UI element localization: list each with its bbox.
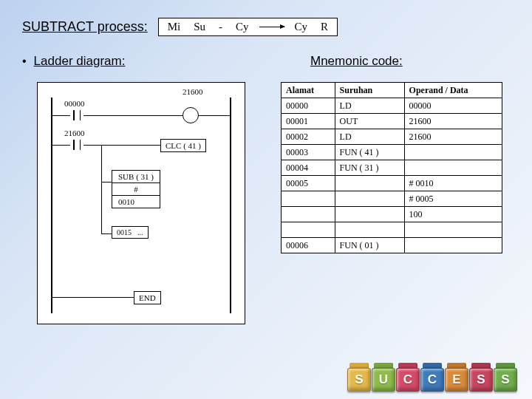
wire xyxy=(101,182,102,233)
left-column: • Ladder diagram: 00000 21600 21600 xyxy=(22,54,251,324)
letter-block: E xyxy=(445,368,468,392)
table-cell xyxy=(335,207,404,222)
table-cell xyxy=(335,176,404,191)
lbl-00000: 00000 xyxy=(64,99,85,108)
table-row: 00005# 0010 xyxy=(282,176,502,191)
mnemonic-wrap: Alamat Suruhan Operand / Data 00000LD000… xyxy=(281,82,510,253)
lbl-21600-top: 21600 xyxy=(183,87,203,96)
slide: SUBTRACT process: Mi Su - Cy Cy R • Ladd… xyxy=(0,0,532,324)
table-cell: LD xyxy=(335,98,404,114)
letter-block: C xyxy=(396,368,420,392)
table-cell: 00001 xyxy=(282,114,335,129)
table-cell: 21600 xyxy=(404,129,502,145)
table-cell xyxy=(404,160,502,176)
title-row: SUBTRACT process: Mi Su - Cy Cy R xyxy=(22,18,510,36)
wire xyxy=(101,233,112,234)
table-cell: FUN ( 01 ) xyxy=(335,238,404,253)
table-row: 100 xyxy=(282,207,502,222)
arrow-icon xyxy=(259,27,284,27)
instr-end: END xyxy=(134,291,161,304)
wire xyxy=(52,115,70,116)
table-cell xyxy=(282,222,335,238)
val-0015: 0015 xyxy=(117,228,132,236)
eq-r: R xyxy=(318,21,331,33)
sub-0010: 0010 xyxy=(112,196,160,208)
mnemonic-label: Mnemonic code: xyxy=(310,54,510,69)
ladder-diagram: 00000 21600 21600 CLC ( 41 ) SUB ( 31 ) xyxy=(37,82,245,324)
block-letter: C xyxy=(403,372,412,387)
block-letter: E xyxy=(452,372,460,387)
eq-cy1: Cy xyxy=(233,21,252,33)
table-cell: 21600 xyxy=(404,114,502,129)
wire xyxy=(52,145,70,146)
table-row: 00003FUN ( 41 ) xyxy=(282,145,502,160)
table-cell: 00002 xyxy=(282,129,335,145)
eq-mi: Mi xyxy=(165,21,184,33)
table-cell: 00000 xyxy=(404,98,502,114)
val-0015-box: 0015 ... xyxy=(112,226,149,239)
letter-block: S xyxy=(494,368,517,392)
sub-block: SUB ( 31 ) # 0010 xyxy=(112,170,160,208)
table-row: 00002LD21600 xyxy=(282,129,502,145)
eq-minus: - xyxy=(216,21,225,33)
wire xyxy=(83,145,160,146)
table-row: 00004FUN ( 31 ) xyxy=(282,160,502,176)
block-letter: U xyxy=(379,372,388,387)
equation-box: Mi Su - Cy Cy R xyxy=(158,18,338,36)
left-rail xyxy=(51,98,52,313)
table-cell: 00005 xyxy=(282,176,335,191)
letter-block: U xyxy=(372,368,395,392)
eq-cy2: Cy xyxy=(292,21,311,33)
content-row: • Ladder diagram: 00000 21600 21600 xyxy=(22,54,510,324)
letter-block: C xyxy=(420,368,444,392)
table-row: 00001OUT21600 xyxy=(282,114,502,129)
table-cell: LD xyxy=(335,129,404,145)
wire xyxy=(52,297,134,298)
table-cell: 00003 xyxy=(282,145,335,160)
table-cell xyxy=(282,207,335,222)
table-row xyxy=(282,222,502,238)
table-cell: 00000 xyxy=(282,98,335,114)
wire xyxy=(83,115,183,116)
mnemonic-table: Alamat Suruhan Operand / Data 00000LD000… xyxy=(281,82,502,253)
sub-hash: # xyxy=(112,183,160,196)
ladder-heading: • Ladder diagram: xyxy=(22,54,251,69)
right-column: Mnemonic code: Alamat Suruhan Operand / … xyxy=(281,54,510,324)
coil-21600 xyxy=(183,107,199,123)
block-letter: S xyxy=(501,372,509,387)
page-title: SUBTRACT process: xyxy=(22,19,148,35)
table-row: 00006FUN ( 01 ) xyxy=(282,238,502,253)
contact-21600 xyxy=(70,140,83,150)
wire xyxy=(199,115,231,116)
letter-block: S xyxy=(347,368,371,392)
ladder-label: Ladder diagram: xyxy=(34,54,126,69)
val-dots: ... xyxy=(137,228,143,236)
wire xyxy=(101,145,102,182)
eq-su: Su xyxy=(191,21,208,33)
table-cell: 100 xyxy=(404,207,502,222)
block-letter: S xyxy=(355,372,363,387)
table-cell: # 0010 xyxy=(404,176,502,191)
table-header-row: Alamat Suruhan Operand / Data xyxy=(282,83,502,98)
table-cell xyxy=(282,191,335,207)
contact-00000 xyxy=(70,110,83,120)
th-alamat: Alamat xyxy=(282,83,335,98)
block-letter: S xyxy=(477,372,485,387)
th-operand: Operand / Data xyxy=(404,83,502,98)
table-cell xyxy=(404,145,502,160)
table-cell: 00006 xyxy=(282,238,335,253)
th-suruhan: Suruhan xyxy=(335,83,404,98)
table-cell xyxy=(335,222,404,238)
lbl-21600-left: 21600 xyxy=(64,129,85,137)
table-cell: FUN ( 31 ) xyxy=(335,160,404,176)
table-row: # 0005 xyxy=(282,191,502,207)
table-cell: 00004 xyxy=(282,160,335,176)
block-letter: C xyxy=(428,372,437,387)
table-row: 00000LD00000 xyxy=(282,98,502,114)
bullet-icon: • xyxy=(22,55,27,68)
letter-block: S xyxy=(469,368,493,392)
right-rail xyxy=(230,98,231,313)
table-cell: OUT xyxy=(335,114,404,129)
instr-clc: CLC ( 41 ) xyxy=(160,139,206,152)
table-cell xyxy=(335,191,404,207)
